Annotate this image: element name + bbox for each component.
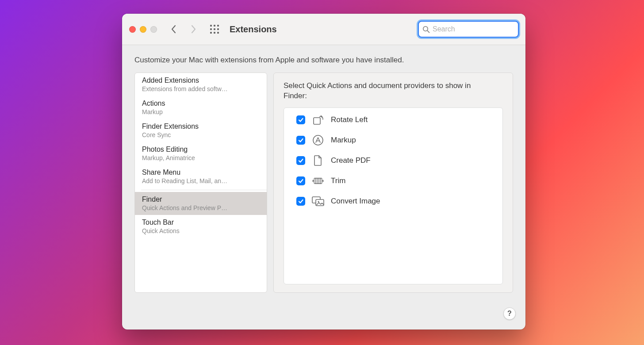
window-title: Extensions [230, 24, 277, 34]
svg-rect-2 [217, 25, 219, 27]
quick-action-label: Convert Image [331, 197, 380, 206]
chevron-right-icon [190, 25, 196, 34]
sidebar-item-detail: Quick Actions [142, 227, 248, 234]
sidebar-item-title: Photos Editing [142, 146, 260, 153]
checkbox[interactable] [296, 115, 305, 124]
page-subtitle: Customize your Mac with extensions from … [134, 56, 513, 65]
sidebar-item-title: Finder [142, 196, 260, 203]
window-controls [129, 26, 157, 33]
search-field-wrap[interactable] [418, 21, 518, 37]
svg-rect-13 [314, 178, 322, 184]
grid-icon [210, 24, 219, 34]
checkmark-icon [298, 198, 304, 204]
back-button[interactable] [166, 22, 182, 36]
svg-rect-8 [217, 32, 219, 34]
sidebar-item-title: Finder Extensions [142, 123, 260, 130]
close-window-button[interactable] [129, 26, 136, 33]
trim-icon [311, 175, 325, 187]
sidebar-item-detail: Markup [142, 108, 248, 115]
checkmark-icon [298, 117, 304, 123]
svg-rect-1 [214, 25, 215, 27]
markup-icon [311, 134, 325, 146]
svg-rect-3 [210, 28, 212, 30]
svg-rect-0 [210, 25, 212, 27]
sidebar-item[interactable]: Photos EditingMarkup, Animatrice [135, 142, 267, 165]
quick-action-row: Create PDF [284, 150, 502, 171]
detail-heading: Select Quick Actions and document provid… [284, 81, 487, 101]
svg-rect-6 [210, 32, 212, 34]
category-sidebar: Added ExtensionsExtensions from added so… [134, 73, 267, 293]
sidebar-item-detail: Markup, Animatrice [142, 154, 248, 161]
sidebar-item-detail: Core Sync [142, 131, 248, 138]
checkbox[interactable] [296, 136, 305, 145]
preferences-window: Extensions Customize your Mac with exten… [122, 14, 525, 330]
sidebar-item[interactable]: Touch BarQuick Actions [135, 215, 267, 238]
quick-action-label: Trim [331, 176, 345, 185]
content-area: Customize your Mac with extensions from … [122, 45, 525, 330]
checkbox[interactable] [296, 197, 305, 206]
svg-rect-7 [214, 32, 215, 34]
sidebar-item[interactable]: Added ExtensionsExtensions from added so… [135, 73, 267, 96]
rotate-left-icon [311, 114, 325, 126]
toolbar: Extensions [122, 14, 525, 45]
search-input[interactable] [433, 22, 514, 37]
detail-pane: Select Quick Actions and document provid… [273, 73, 513, 293]
svg-rect-11 [314, 118, 320, 124]
quick-action-row: Markup [284, 130, 502, 150]
checkbox[interactable] [296, 156, 305, 165]
forward-button[interactable] [185, 22, 201, 36]
quick-action-label: Rotate Left [331, 115, 368, 124]
sidebar-separator [141, 190, 267, 190]
sidebar-item-detail: Add to Reading List, Mail, an… [142, 177, 248, 184]
sidebar-item[interactable]: Finder ExtensionsCore Sync [135, 119, 267, 142]
sidebar-item-title: Touch Bar [142, 218, 260, 226]
svg-line-10 [427, 31, 429, 33]
show-all-button[interactable] [207, 22, 222, 36]
quick-action-label: Create PDF [331, 156, 371, 165]
svg-rect-4 [214, 28, 215, 30]
chevron-left-icon [171, 25, 177, 34]
minimize-window-button[interactable] [140, 26, 146, 33]
quick-action-row: Rotate Left [284, 110, 502, 130]
document-icon [311, 154, 325, 167]
quick-action-label: Markup [331, 136, 356, 145]
checkmark-icon [298, 178, 304, 184]
panes: Added ExtensionsExtensions from added so… [134, 73, 513, 319]
quick-actions-list: Rotate LeftMarkupCreate PDFTrimConvert I… [284, 107, 503, 284]
checkbox[interactable] [296, 176, 305, 185]
sidebar-item-title: Share Menu [142, 169, 260, 176]
checkmark-icon [298, 137, 304, 143]
convert-image-icon [311, 195, 325, 207]
sidebar-item-detail: Extensions from added softw… [142, 85, 248, 92]
help-button[interactable]: ? [503, 307, 516, 320]
svg-rect-5 [217, 28, 219, 30]
fullscreen-window-button [150, 26, 157, 33]
sidebar-item[interactable]: FinderQuick Actions and Preview P… [135, 192, 267, 215]
sidebar-item-title: Actions [142, 100, 260, 107]
sidebar-item-title: Added Extensions [142, 77, 260, 84]
search-icon [422, 26, 430, 33]
svg-point-12 [313, 135, 323, 145]
checkmark-icon [298, 157, 304, 164]
quick-action-row: Convert Image [284, 191, 502, 211]
help-icon: ? [507, 310, 512, 318]
quick-action-row: Trim [284, 171, 502, 191]
sidebar-item[interactable]: ActionsMarkup [135, 96, 267, 119]
sidebar-item[interactable]: Share MenuAdd to Reading List, Mail, an… [135, 165, 267, 188]
sidebar-item-detail: Quick Actions and Preview P… [142, 204, 248, 211]
svg-point-20 [318, 201, 319, 202]
